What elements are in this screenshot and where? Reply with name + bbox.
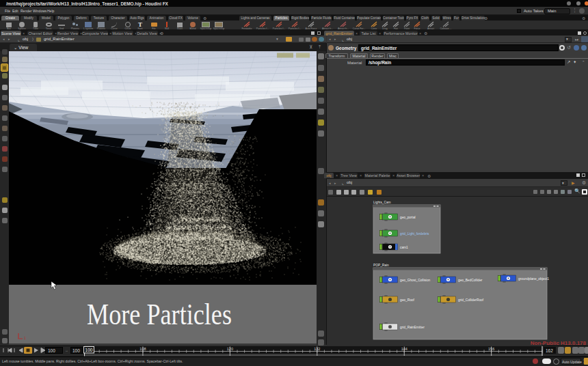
svg-text:144: 144 [401,347,407,351]
svg-text:Lights_Cam: Lights_Cam [373,201,391,204]
svg-text:geo_Ghost_Collision: geo_Ghost_Collision [400,279,431,282]
svg-text:geo_Roof: geo_Roof [400,298,414,302]
svg-text:groundplane_object1: groundplane_object1 [518,277,549,281]
svg-text:132: 132 [314,347,320,351]
svg-text:Non-Public H13.0.178: Non-Public H13.0.178 [531,340,587,346]
svg-text:120: 120 [227,347,233,351]
svg-text:More Particles: More Particles [87,297,232,331]
svg-text:1: 1 [24,336,26,340]
svg-text:108: 108 [139,347,146,351]
svg-text:POP_Rain: POP_Rain [373,264,389,267]
svg-text:grid_ColliderRoof: grid_ColliderRoof [458,298,484,302]
svg-text:cam1: cam1 [400,246,408,249]
svg-text:156: 156 [488,347,494,351]
svg-text:grid_Light_fordebris: grid_Light_fordebris [400,232,429,236]
svg-text:100: 100 [85,348,93,352]
svg-text:geo_BedCollider: geo_BedCollider [458,279,483,282]
svg-text:geo_portal: geo_portal [400,216,416,219]
svg-text:grid_RainEmitter: grid_RainEmitter [400,326,425,329]
